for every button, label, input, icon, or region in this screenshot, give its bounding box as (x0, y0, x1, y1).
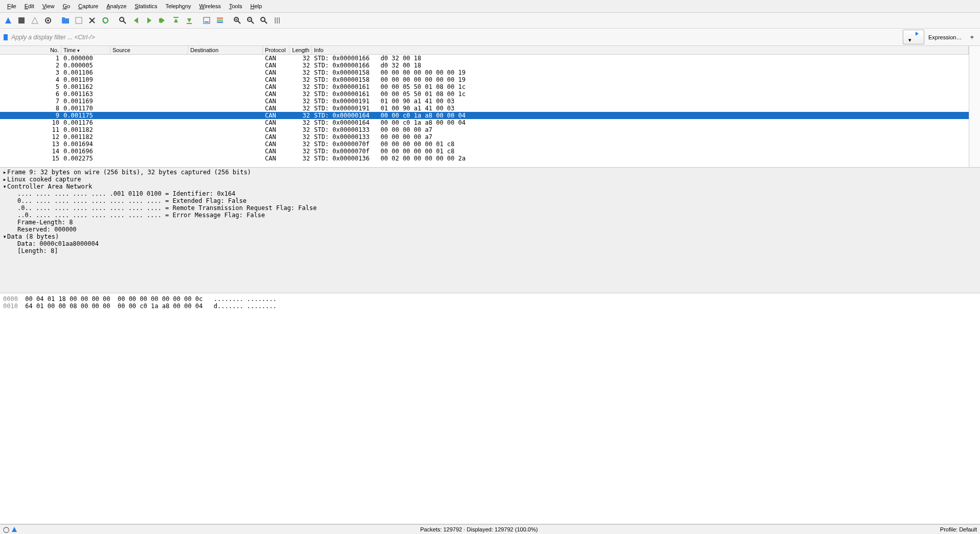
packet-row[interactable]: 70.001169CAN32STD: 0x00000191 01 00 90 a… (0, 98, 969, 105)
close-file-icon[interactable] (86, 14, 98, 27)
collapse-icon[interactable]: ▾ (2, 233, 7, 240)
menu-tools[interactable]: Tools (225, 2, 247, 10)
find-packet-icon[interactable] (117, 14, 129, 27)
expand-icon[interactable]: ▸ (2, 176, 7, 183)
svg-rect-5 (62, 18, 69, 24)
colorize-icon[interactable] (214, 14, 226, 27)
tree-line[interactable]: ..0. .... .... .... .... .... .... .... … (2, 212, 978, 219)
menu-capture[interactable]: Capture (74, 2, 102, 10)
column-length[interactable]: Length (289, 46, 312, 54)
packet-row[interactable]: 90.001175CAN32STD: 0x00000164 00 00 c0 1… (0, 112, 969, 119)
packet-row[interactable]: 50.001162CAN32STD: 0x00000161 00 00 05 5… (0, 83, 969, 90)
svg-line-32 (251, 21, 254, 24)
svg-line-12 (123, 21, 126, 24)
go-back-icon[interactable] (130, 14, 142, 27)
expand-icon[interactable]: ▸ (2, 169, 7, 176)
tree-line[interactable]: 0... .... .... .... .... .... .... .... … (2, 197, 978, 204)
bookmark-icon[interactable] (2, 33, 9, 42)
column-time[interactable]: Time ▾ (61, 46, 110, 54)
stop-capture-icon[interactable] (15, 14, 28, 27)
menu-help[interactable]: Help (246, 2, 266, 10)
bytes-row[interactable]: 0000 00 04 01 18 00 00 00 00 00 00 00 00… (3, 295, 977, 303)
svg-marker-18 (174, 18, 178, 22)
auto-scroll-icon[interactable] (201, 14, 213, 27)
svg-marker-13 (134, 17, 138, 24)
tree-data-header[interactable]: Data (8 bytes) (7, 233, 59, 240)
tree-linux[interactable]: Linux cooked capture (7, 176, 81, 183)
svg-point-11 (120, 17, 124, 21)
column-info[interactable]: Info (312, 46, 969, 54)
packet-detail-pane[interactable]: ▸Frame 9: 32 bytes on wire (256 bits), 3… (0, 168, 980, 293)
packet-minimap[interactable] (969, 46, 980, 167)
svg-rect-39 (4, 34, 8, 40)
svg-rect-22 (204, 17, 210, 24)
reload-icon[interactable] (99, 14, 112, 27)
packet-row[interactable]: 40.001109CAN32STD: 0x00000158 00 00 00 0… (0, 76, 969, 83)
display-filter-input[interactable] (9, 32, 903, 42)
tree-line[interactable]: Frame-Length: 8 (2, 219, 978, 226)
svg-rect-24 (217, 17, 223, 19)
expression-button[interactable]: Expression… (924, 33, 966, 41)
status-expert-icon[interactable] (11, 526, 18, 533)
apply-filter-button[interactable]: ▾ (903, 30, 924, 44)
menu-go[interactable]: Go (58, 2, 74, 10)
packet-row[interactable]: 120.001182CAN32STD: 0x00000133 00 00 00 … (0, 133, 969, 141)
zoom-out-icon[interactable] (244, 14, 257, 27)
column-no[interactable]: No. (0, 46, 61, 54)
bytes-row[interactable]: 0010 64 01 00 00 08 00 00 00 00 00 c0 1a… (3, 303, 977, 310)
column-source[interactable]: Source (110, 46, 188, 54)
tree-line[interactable]: [Length: 8] (2, 247, 978, 254)
svg-rect-1 (18, 17, 25, 24)
menu-wireless[interactable]: Wireless (195, 2, 225, 10)
packet-bytes-pane[interactable]: 0000 00 04 01 18 00 00 00 00 00 00 00 00… (0, 293, 980, 524)
svg-marker-41 (12, 527, 17, 532)
status-profile[interactable]: Profile: Default (940, 526, 977, 532)
packet-row[interactable]: 10.000000CAN32STD: 0x00000166 d0 32 00 1… (0, 55, 969, 62)
status-ready-icon: ◯ (3, 526, 9, 533)
menu-file[interactable]: File (3, 2, 20, 10)
packet-row[interactable]: 100.001176CAN32STD: 0x00000164 00 00 c0 … (0, 119, 969, 126)
packet-row[interactable]: 20.000005CAN32STD: 0x00000166 d0 32 00 1… (0, 62, 969, 69)
start-capture-icon[interactable] (2, 14, 14, 27)
save-file-icon[interactable] (73, 14, 85, 27)
menu-telephony[interactable]: Telephony (161, 2, 195, 10)
column-destination[interactable]: Destination (188, 46, 263, 54)
add-filter-button[interactable]: + (966, 32, 978, 42)
svg-marker-40 (909, 32, 919, 36)
zoom-in-icon[interactable] (231, 14, 243, 27)
menu-edit[interactable]: Edit (20, 2, 38, 10)
tree-line[interactable]: .0.. .... .... .... .... .... .... .... … (2, 204, 978, 212)
column-protocol[interactable]: Protocol (263, 46, 289, 54)
packet-row[interactable]: 130.001694CAN32STD: 0x0000070f 00 00 00 … (0, 141, 969, 148)
resize-columns-icon[interactable] (271, 14, 283, 27)
capture-options-icon[interactable] (42, 14, 54, 27)
tree-frame[interactable]: Frame 9: 32 bytes on wire (256 bits), 32… (7, 169, 251, 176)
packet-row[interactable]: 60.001163CAN32STD: 0x00000161 00 00 05 5… (0, 90, 969, 98)
menu-analyze[interactable]: Analyze (102, 2, 130, 10)
packet-row[interactable]: 150.002275CAN32STD: 0x00000136 00 02 00 … (0, 155, 969, 162)
packet-row[interactable]: 80.001170CAN32STD: 0x00000191 01 00 90 a… (0, 105, 969, 112)
packet-list-header[interactable]: No. Time ▾ Source Destination Protocol L… (0, 46, 969, 55)
packet-row[interactable]: 110.001182CAN32STD: 0x00000133 00 00 00 … (0, 126, 969, 133)
packet-list[interactable]: No. Time ▾ Source Destination Protocol L… (0, 46, 969, 167)
svg-point-4 (47, 19, 49, 21)
go-to-packet-icon[interactable] (157, 14, 169, 27)
packet-row[interactable]: 140.001696CAN32STD: 0x0000070f 00 00 00 … (0, 148, 969, 155)
packet-row[interactable]: 30.001106CAN32STD: 0x00000158 00 00 00 0… (0, 69, 969, 76)
tree-line[interactable]: Reserved: 000000 (2, 226, 978, 233)
first-packet-icon[interactable] (170, 14, 182, 27)
packet-list-pane: No. Time ▾ Source Destination Protocol L… (0, 46, 980, 168)
zoom-reset-icon[interactable] (258, 14, 270, 27)
go-forward-icon[interactable] (143, 14, 155, 27)
collapse-icon[interactable]: ▾ (2, 183, 7, 190)
open-file-icon[interactable] (59, 14, 72, 27)
tree-line[interactable]: .... .... .... .... .... .001 0110 0100 … (2, 190, 978, 197)
last-packet-icon[interactable] (183, 14, 195, 27)
tree-can-header[interactable]: Controller Area Network (7, 183, 92, 190)
tree-line[interactable]: Data: 0000c01aa8000004 (2, 240, 978, 247)
menu-view[interactable]: View (38, 2, 59, 10)
menu-statistics[interactable]: Statistics (130, 2, 161, 10)
restart-capture-icon[interactable] (29, 14, 41, 27)
display-filter-bar: ▾ Expression… + (0, 29, 980, 46)
svg-rect-6 (62, 17, 65, 19)
